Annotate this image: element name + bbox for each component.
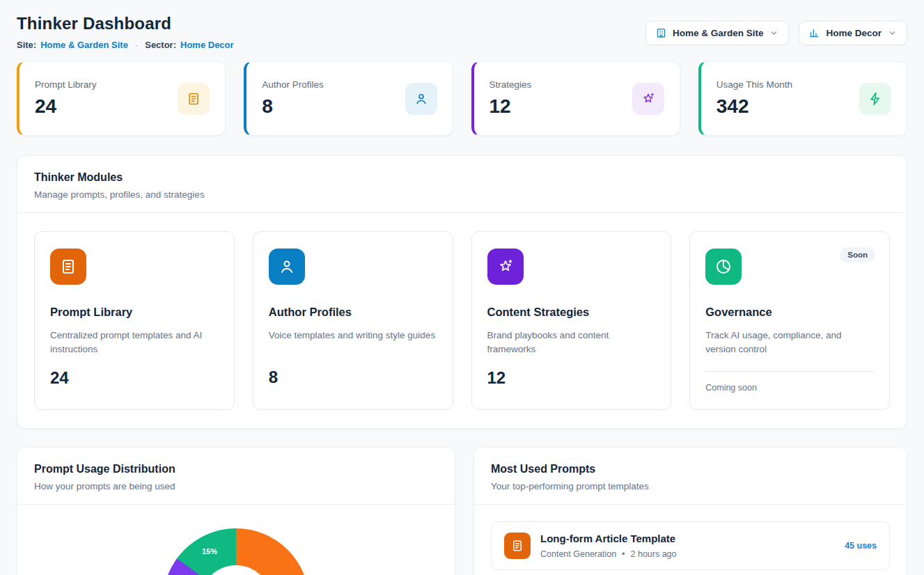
prompt-item-title: Long-form Article Template xyxy=(540,533,835,544)
sector-selector-dropdown[interactable]: Home Decor xyxy=(799,21,907,45)
dashboard-page: Thinker Dashboard Site: Home & Garden Si… xyxy=(0,0,924,575)
stat-text: Usage This Month 342 xyxy=(717,79,792,118)
modules-subtitle: Manage prompts, profiles, and strategies xyxy=(34,189,890,200)
stat-label: Prompt Library xyxy=(35,79,97,90)
site-label: Site: xyxy=(17,40,36,50)
module-description: Voice templates and writing style guides xyxy=(269,329,437,356)
module-tile-prompt-library[interactable]: Prompt Library Centralized prompt templa… xyxy=(34,231,235,410)
stat-value: 8 xyxy=(262,95,324,118)
document-icon xyxy=(504,533,531,559)
usage-panel-subtitle: How your prompts are being used xyxy=(34,481,438,491)
modules-grid: Prompt Library Centralized prompt templa… xyxy=(17,213,907,428)
usage-distribution-panel: Prompt Usage Distribution How your promp… xyxy=(17,447,455,575)
module-title: Prompt Library xyxy=(50,306,219,319)
coming-soon-text: Coming soon xyxy=(705,383,874,393)
stat-text: Prompt Library 24 xyxy=(35,79,97,118)
header-left: Thinker Dashboard Site: Home & Garden Si… xyxy=(17,14,234,50)
bar-chart-icon xyxy=(809,28,820,38)
module-description: Track AI usage, compliance, and version … xyxy=(705,329,874,357)
lightning-icon xyxy=(859,83,891,115)
meta-separator: · xyxy=(135,40,138,50)
sparkle-star-icon xyxy=(632,83,664,115)
pie-chart-icon xyxy=(705,249,742,285)
prompts-panel-title: Most Used Prompts xyxy=(491,463,890,475)
usage-panel-title: Prompt Usage Distribution xyxy=(34,463,438,475)
stat-card-author-profiles: Author Profiles 8 xyxy=(244,61,453,136)
most-used-prompts-panel: Most Used Prompts Your top-performing pr… xyxy=(473,447,907,575)
stat-label: Strategies xyxy=(490,79,532,90)
stats-row: Prompt Library 24 Author Profiles 8 Stra… xyxy=(17,61,907,136)
stat-text: Strategies 12 xyxy=(490,79,532,118)
sector-link[interactable]: Home Decor xyxy=(180,40,234,50)
module-description: Centralized prompt templates and AI inst… xyxy=(50,329,219,357)
prompt-item-category: Content Generation xyxy=(540,549,616,559)
bottom-row: Prompt Usage Distribution How your promp… xyxy=(17,447,907,575)
stat-value: 24 xyxy=(35,95,97,118)
donut-segment-label: 15% xyxy=(202,547,217,556)
stat-text: Author Profiles 8 xyxy=(262,79,324,118)
usage-panel-header: Prompt Usage Distribution How your promp… xyxy=(17,448,455,505)
modules-title: Thinker Modules xyxy=(34,171,890,184)
page-header: Thinker Dashboard Site: Home & Garden Si… xyxy=(17,14,907,50)
prompt-item-main: Long-form Article Template Content Gener… xyxy=(540,533,835,559)
stat-value: 342 xyxy=(717,95,792,118)
module-title: Author Profiles xyxy=(269,306,437,319)
stat-value: 12 xyxy=(490,95,532,118)
stat-label: Usage This Month xyxy=(717,79,792,90)
header-actions: Home & Garden Site Home Decor xyxy=(645,21,907,45)
page-title: Thinker Dashboard xyxy=(17,14,234,33)
module-count: 8 xyxy=(269,368,437,387)
stat-label: Author Profiles xyxy=(262,79,324,90)
module-tile-governance[interactable]: Soon Governance Track AI usage, complian… xyxy=(689,231,890,410)
document-icon xyxy=(178,83,210,115)
site-selector-label: Home & Garden Site xyxy=(673,28,764,38)
modules-section: Thinker Modules Manage prompts, profiles… xyxy=(17,155,907,429)
prompts-panel-header: Most Used Prompts Your top-performing pr… xyxy=(474,448,907,505)
chevron-down-icon xyxy=(769,29,778,38)
module-tile-author-profiles[interactable]: Author Profiles Voice templates and writ… xyxy=(253,231,453,410)
chevron-down-icon xyxy=(888,29,897,38)
prompt-list-item[interactable]: Long-form Article Template Content Gener… xyxy=(491,521,890,570)
sparkle-star-icon xyxy=(487,249,524,285)
stat-card-strategies: Strategies 12 xyxy=(471,61,680,136)
module-description: Brand playbooks and content frameworks xyxy=(487,329,656,357)
breadcrumb: Site: Home & Garden Site · Sector: Home … xyxy=(17,40,234,50)
prompt-item-meta: Content Generation • 2 hours ago xyxy=(540,549,835,559)
stat-card-prompt-library: Prompt Library 24 xyxy=(17,61,226,136)
prompt-item-uses-badge: 45 uses xyxy=(845,541,877,551)
module-title: Governance xyxy=(705,306,874,319)
person-icon xyxy=(405,83,437,115)
soon-badge: Soon xyxy=(840,247,875,262)
donut-chart-wrapper: 15% xyxy=(163,528,309,575)
document-icon xyxy=(50,249,86,285)
meta-bullet: • xyxy=(622,549,625,559)
chart-area: 15% xyxy=(17,505,455,575)
module-count: 24 xyxy=(50,368,219,388)
person-icon xyxy=(269,249,305,285)
site-selector-dropdown[interactable]: Home & Garden Site xyxy=(645,21,790,45)
module-title: Content Strategies xyxy=(487,306,656,319)
prompts-panel-subtitle: Your top-performing prompt templates xyxy=(491,481,890,491)
divider xyxy=(705,371,874,372)
building-icon xyxy=(656,28,666,38)
sector-label: Sector: xyxy=(145,40,176,50)
module-count: 12 xyxy=(487,368,656,388)
prompt-item-time: 2 hours ago xyxy=(631,549,677,559)
prompt-list: Long-form Article Template Content Gener… xyxy=(474,505,907,575)
modules-header: Thinker Modules Manage prompts, profiles… xyxy=(17,156,907,213)
sector-selector-label: Home Decor xyxy=(826,28,882,38)
stat-card-usage: Usage This Month 342 xyxy=(698,61,907,136)
site-link[interactable]: Home & Garden Site xyxy=(40,40,128,50)
module-tile-content-strategies[interactable]: Content Strategies Brand playbooks and c… xyxy=(471,231,672,410)
